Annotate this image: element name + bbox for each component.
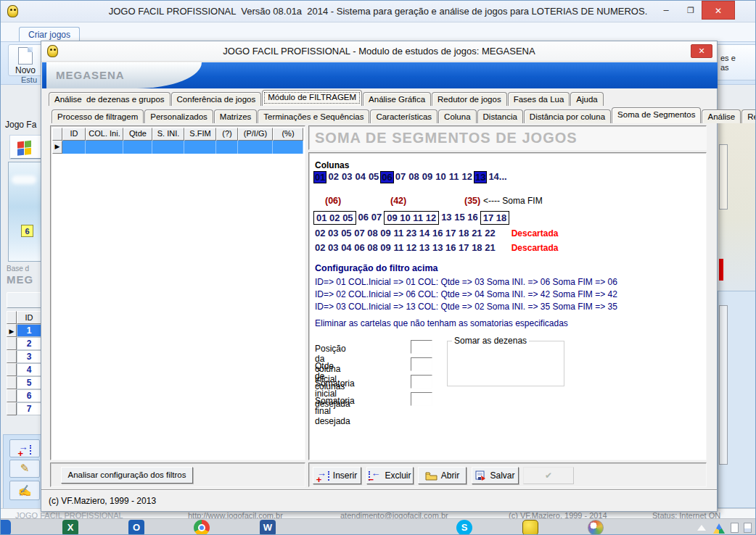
filter-grid-selected-row[interactable]: ▶	[52, 141, 303, 154]
field-input-qtde-de-colunas[interactable]	[411, 357, 432, 371]
discarded-label: Descartada	[511, 243, 559, 253]
tab-matrizes[interactable]: Matrizes	[214, 109, 257, 123]
open-folder-icon	[425, 471, 437, 481]
chrome-icon[interactable]	[194, 520, 210, 535]
row-marker-icon: ▶	[9, 328, 15, 335]
config-line: ID=> 03 COL.Inicial => 13 COL: Qtde => 0…	[315, 301, 617, 313]
ribbon-right-button-truncated[interactable]: es e as	[716, 44, 756, 80]
pencil-icon: ✎	[20, 462, 30, 474]
inserir-button[interactable]: →+ Inserir	[313, 467, 361, 484]
jogo-facil-icon[interactable]	[522, 520, 538, 535]
id-grid-row[interactable]: 2	[7, 337, 42, 350]
field-input-somatoria-inicial-desejada[interactable]	[411, 375, 432, 389]
tab-terminacoes-e-sequencias[interactable]: Terminações e Sequências	[258, 109, 369, 123]
id-grid-header[interactable]: ID	[17, 311, 41, 324]
field-input-somatoria-final-desejada[interactable]	[411, 392, 432, 406]
skype-icon[interactable]: S	[456, 520, 472, 535]
word-icon[interactable]: W	[260, 520, 276, 535]
windows-logo-button[interactable]	[10, 136, 42, 159]
tab-row-main: Análise de dezenas e gruposConferência d…	[46, 89, 604, 106]
tab-analise-grafica[interactable]: Análise Gráfica	[363, 92, 431, 106]
novo-button[interactable]: Novo	[8, 44, 43, 76]
show-hidden-arrow-icon[interactable]	[697, 525, 706, 531]
grid-header-s-ini[interactable]: S. INI.	[152, 128, 184, 141]
id-grid-row[interactable]: 4	[7, 363, 42, 376]
sidebar-note-button[interactable]: ✍	[9, 481, 40, 500]
grid-cell	[123, 141, 152, 154]
tab-repositorio[interactable]: Repositório	[741, 109, 756, 123]
sidebar-blank-button[interactable]	[7, 292, 41, 308]
base-label: Base d	[7, 265, 29, 273]
tab-conferencia-de-jogos[interactable]: Conferência de jogos	[171, 92, 262, 106]
tab-distancia-por-coluna[interactable]: Distância por coluna	[524, 109, 611, 123]
tab-coluna[interactable]: Coluna	[438, 109, 476, 123]
tab-personalizados[interactable]: Personalizados	[144, 109, 213, 123]
tab-analise-de-dezenas-e-grupos[interactable]: Análise de dezenas e grupos	[49, 92, 170, 106]
column-10: 10	[435, 171, 445, 183]
novo-label: Novo	[15, 65, 36, 75]
background-red-bar	[719, 259, 723, 281]
id-row-value: 7	[17, 402, 41, 415]
id-grid-row[interactable]: 5	[7, 376, 42, 389]
field-input-posicao-da-coluna-inicial[interactable]	[411, 340, 432, 354]
id-grid-row[interactable]: ▶1	[7, 324, 42, 337]
id-row-value: 5	[17, 376, 41, 389]
grid-header-[interactable]: (%)	[273, 128, 303, 141]
excel-icon[interactable]: X	[62, 520, 78, 535]
sample-game-row: 01 02 0506 0709 10 11 1213 15 1617 18	[313, 211, 509, 225]
tab-fases-da-lua[interactable]: Fases da Lua	[508, 92, 570, 106]
config-note: Eliminar as cartelas que não tenham as s…	[315, 318, 568, 328]
grid-header-[interactable]: (?)	[216, 128, 238, 141]
grid-cell	[184, 141, 216, 154]
analisar-filtros-button[interactable]: Analisar configuração dos filtros	[61, 467, 193, 484]
google-drive-icon[interactable]	[713, 523, 725, 534]
paint-icon[interactable]	[588, 520, 604, 535]
column-14: 14...	[488, 171, 506, 183]
grid-header-marker[interactable]	[52, 128, 62, 141]
colunas-numbers: 0102030405060708091011121314...	[315, 171, 507, 183]
salvar-button[interactable]: Salvar	[472, 467, 519, 484]
sidebar-insert-button[interactable]: →+	[9, 439, 40, 457]
id-grid-row[interactable]: 7	[7, 402, 42, 415]
grid-header-col-ini[interactable]: COL. Ini.	[86, 128, 123, 141]
sidebar-edit-button[interactable]: ✎	[9, 460, 40, 478]
insert-icon: →+	[317, 470, 329, 481]
outlook-icon[interactable]: O	[128, 520, 144, 535]
grid-header-id[interactable]: ID	[62, 128, 86, 141]
tab-redutor-de-jogos[interactable]: Redutor de jogos	[432, 92, 507, 106]
confirm-button-disabled[interactable]: ✔	[523, 467, 574, 484]
column-07: 07	[395, 171, 406, 183]
id-grid-row[interactable]: 3	[7, 350, 42, 363]
page2-icon[interactable]	[744, 523, 752, 533]
tab-soma-de-segmentos[interactable]: Soma de Segmentos	[612, 107, 701, 123]
dialog-close-button[interactable]: ✕	[691, 44, 712, 58]
tab-modulo-de-filtragem[interactable]: Módulo de FILTRAGEM	[262, 90, 362, 106]
tab-distancia[interactable]: Distancia	[477, 109, 523, 123]
discarded-games: 02 03 05 07 08 09 11 23 14 16 17 18 21 2…	[315, 228, 558, 257]
discarded-label: Descartada	[511, 228, 559, 239]
abrir-button[interactable]: Abrir	[418, 467, 467, 484]
teamviewer-icon[interactable]	[1, 520, 11, 535]
excluir-button[interactable]: ←− Excluir	[366, 467, 414, 484]
maximize-button[interactable]: ❐	[680, 2, 702, 18]
grid-header-p-i-g[interactable]: (P/I/G)	[238, 128, 273, 141]
ball-number: 6	[21, 225, 33, 237]
tab-analise[interactable]: Análise	[702, 109, 741, 123]
column-03: 03	[342, 171, 352, 183]
id-grid-row[interactable]: 6	[7, 389, 42, 402]
main-window-title: JOGO FACIL PROFISSIONAL Versão 08.01a 20…	[1, 6, 755, 17]
sidebar-id-grid: ID ▶1234567	[7, 311, 42, 415]
page-icon[interactable]	[731, 523, 739, 533]
edit-note-icon: ✍	[18, 484, 32, 497]
grid-header-s-fim[interactable]: S.FIM	[184, 128, 216, 141]
grid-header-qtde[interactable]: Qtde	[123, 128, 152, 141]
tab-ajuda[interactable]: Ajuda	[570, 92, 603, 106]
minimize-button[interactable]: –	[655, 2, 677, 18]
tab-caracteristicas[interactable]: Características	[370, 109, 437, 123]
tab-criar-jogos[interactable]: Criar jogos	[19, 27, 80, 41]
column-06: 06	[380, 171, 393, 183]
tab-processo-de-filtragem[interactable]: Processo de filtragem	[52, 109, 144, 123]
game-numbers: 02 03 05 07 08 09 11 23 14 16 17 18 21 2…	[315, 228, 496, 239]
filter-grid-panel: IDCOL. Ini.QtdeS. INI.S.FIM(?)(P/I/G)(%)…	[50, 125, 305, 460]
close-button[interactable]: ✕	[702, 1, 735, 20]
